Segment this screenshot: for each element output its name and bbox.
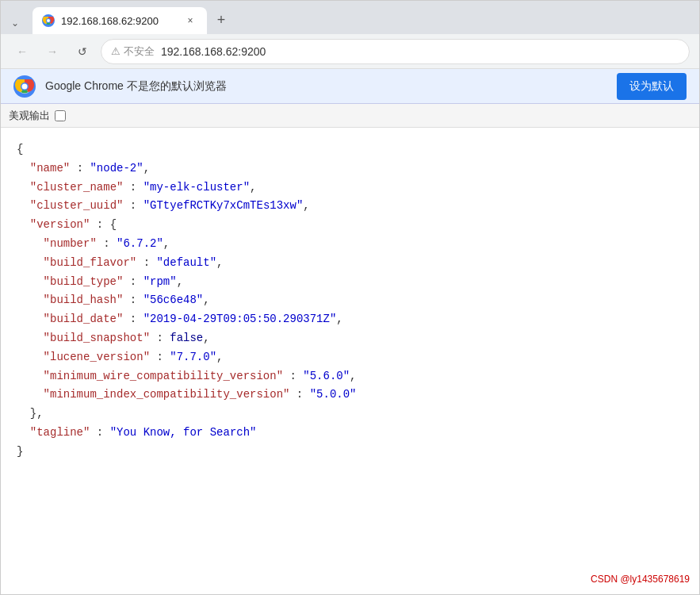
reload-button[interactable]: ↺ [71, 40, 94, 63]
tab-list-arrow[interactable]: ⌄ [7, 15, 23, 31]
pretty-print-checkbox[interactable] [55, 110, 66, 121]
key-build-flavor: "build_flavor" [44, 256, 137, 269]
active-tab[interactable]: 192.168.168.62:9200 × [33, 7, 207, 34]
key-name: "name" [30, 162, 70, 175]
key-build-date: "build_date" [44, 313, 124, 325]
set-default-button[interactable]: 设为默认 [617, 73, 687, 100]
tab-favicon-icon [42, 14, 55, 27]
tab-title: 192.168.168.62:9200 [61, 15, 177, 27]
key-tagline: "tagline" [30, 426, 90, 439]
key-build-type: "build_type" [44, 275, 124, 288]
key-version: "version" [30, 218, 90, 231]
warning-icon: ⚠ [111, 45, 120, 57]
chrome-logo-icon [13, 75, 36, 98]
key-build-hash: "build_hash" [44, 294, 124, 306]
security-text: 不安全 [124, 44, 155, 59]
address-bar[interactable]: ⚠ 不安全 192.168.168.62:9200 [101, 39, 690, 64]
key-min-wire: "minimum_wire_compatibility_version" [44, 370, 283, 382]
key-cluster-uuid: "cluster_uuid" [30, 199, 124, 212]
security-warning: ⚠ 不安全 [111, 44, 155, 59]
forward-button[interactable]: → [40, 40, 64, 63]
info-bar: Google Chrome 不是您的默认浏览器 设为默认 [1, 69, 699, 104]
key-min-index: "minimum_index_compatibility_version" [44, 388, 290, 401]
browser-window: ⌄ 192.168.168.62:9200 × + ← → ↺ [0, 0, 700, 595]
watermark: CSDN @ly1435678619 [591, 574, 690, 585]
key-lucene-version: "lucene_version" [44, 351, 150, 363]
key-cluster-name: "cluster_name" [30, 181, 124, 194]
address-text: 192.168.168.62:9200 [161, 45, 266, 58]
pretty-print-label: 美观输出 [9, 109, 50, 123]
key-build-snapshot: "build_snapshot" [44, 332, 150, 344]
pretty-print-bar: 美观输出 [1, 104, 699, 128]
back-button[interactable]: ← [10, 40, 34, 63]
json-content-area: { "name" : "node-2", "cluster_name" : "m… [1, 128, 699, 594]
infobar-message: Google Chrome 不是您的默认浏览器 [45, 79, 607, 94]
svg-point-7 [22, 83, 28, 89]
nav-bar: ← → ↺ ⚠ 不安全 192.168.168.62:9200 [1, 34, 699, 69]
tab-close-button[interactable]: × [183, 13, 197, 28]
tab-controls: ⌄ [7, 15, 23, 34]
svg-point-3 [47, 19, 50, 22]
new-tab-button[interactable]: + [210, 9, 232, 31]
key-number: "number" [44, 237, 97, 250]
tab-bar: ⌄ 192.168.168.62:9200 × + [1, 1, 699, 34]
